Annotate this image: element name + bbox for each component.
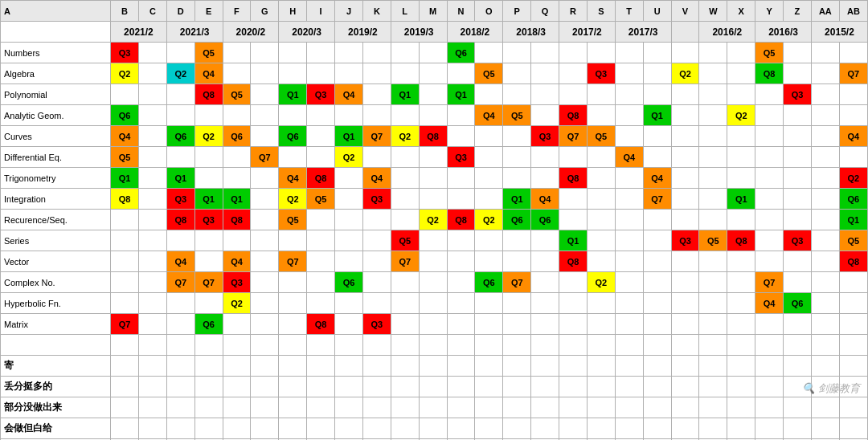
data-cell — [335, 210, 363, 230]
data-cell — [615, 210, 643, 230]
data-cell — [307, 272, 335, 293]
data-cell: Q6 — [475, 272, 503, 293]
legend-empty-cell — [503, 397, 531, 418]
table-row: Complex No.Q7Q7Q3Q6Q6Q7Q2Q7 — [1, 272, 868, 293]
data-cell — [447, 251, 475, 272]
col-u-header: U — [643, 1, 671, 22]
data-cell — [419, 105, 447, 126]
legend-row: 会做但白给 — [1, 418, 868, 439]
data-cell — [587, 251, 615, 272]
data-cell — [166, 147, 194, 168]
data-cell — [391, 147, 419, 168]
legend-empty-cell — [111, 397, 139, 418]
table-body: NumbersQ3Q5Q6Q5AlgebraQ2Q2Q4Q5Q3Q2Q8Q7Po… — [1, 43, 868, 441]
topic-label: Analytic Geom. — [1, 105, 111, 126]
col-b-header: B — [111, 1, 139, 22]
data-cell: Q1 — [111, 168, 139, 189]
data-cell: Q2 — [391, 126, 419, 147]
legend-empty-cell — [727, 377, 755, 397]
data-cell — [811, 210, 839, 230]
data-cell: Q6 — [784, 293, 812, 314]
topic-label: Polynomial — [1, 84, 111, 105]
col-ab-header: AB — [839, 1, 867, 22]
empty-cell — [194, 335, 223, 356]
data-cell — [307, 230, 335, 251]
data-cell — [755, 168, 784, 189]
table-row: Recurence/Seq.Q8Q3Q8Q5Q2Q8Q2Q6Q6Q1 — [1, 210, 868, 230]
data-cell: Q7 — [643, 189, 671, 210]
data-cell — [419, 84, 447, 105]
data-cell: Q1 — [447, 84, 475, 105]
table-row: AlgebraQ2Q2Q4Q5Q3Q2Q8Q7 — [1, 63, 868, 84]
data-cell — [643, 251, 671, 272]
data-cell: Q3 — [166, 189, 194, 210]
data-cell: Q5 — [307, 189, 335, 210]
data-cell: Q1 — [223, 189, 251, 210]
data-cell — [811, 293, 839, 314]
table-row: VectorQ4Q4Q7Q7Q8Q8 — [1, 251, 868, 272]
data-cell — [699, 168, 727, 189]
data-cell — [699, 126, 727, 147]
data-cell — [503, 43, 531, 63]
data-cell — [755, 126, 784, 147]
empty-cell — [111, 335, 139, 356]
data-cell: Q7 — [503, 272, 531, 293]
legend-row: 寄 — [1, 356, 868, 377]
empty-cell — [1, 335, 111, 356]
data-cell — [475, 43, 503, 63]
data-cell — [138, 63, 166, 84]
legend-empty-cell — [251, 377, 279, 397]
col-f-header: F — [223, 1, 251, 22]
year-header-row: 2021/2 2021/3 2020/2 2020/3 2019/2 2019/… — [1, 22, 868, 43]
year-2019-2: 2019/2 — [335, 22, 391, 43]
year-2020-3: 2020/3 — [279, 22, 335, 43]
data-cell — [811, 84, 839, 105]
data-cell — [587, 43, 615, 63]
data-cell — [194, 293, 223, 314]
data-cell — [587, 230, 615, 251]
legend-empty-cell — [138, 418, 166, 439]
data-cell — [475, 84, 503, 105]
data-cell: Q4 — [643, 168, 671, 189]
data-cell — [615, 84, 643, 105]
data-cell — [166, 230, 194, 251]
data-cell — [531, 272, 559, 293]
legend-empty-cell — [475, 356, 503, 377]
data-cell — [223, 147, 251, 168]
legend-empty-cell — [419, 418, 447, 439]
legend-empty-cell — [643, 397, 671, 418]
data-cell — [362, 105, 391, 126]
year-header-empty — [1, 22, 111, 43]
data-cell: Q7 — [362, 126, 391, 147]
data-cell: Q5 — [279, 210, 307, 230]
legend-empty-cell — [362, 356, 391, 377]
data-cell: Q1 — [166, 168, 194, 189]
topic-label: Algebra — [1, 63, 111, 84]
data-cell: Q4 — [755, 293, 784, 314]
table-row: CurvesQ4Q6Q2Q6Q6Q1Q7Q2Q8Q3Q7Q5Q4 — [1, 126, 868, 147]
data-cell — [839, 272, 867, 293]
legend-empty-cell — [643, 418, 671, 439]
data-cell: Q7 — [194, 272, 223, 293]
data-cell — [615, 251, 643, 272]
data-cell — [279, 147, 307, 168]
col-l-header: L — [391, 1, 419, 22]
data-cell — [362, 293, 391, 314]
data-cell — [111, 230, 139, 251]
data-cell — [419, 272, 447, 293]
topic-label: Matrix — [1, 314, 111, 335]
data-cell — [475, 147, 503, 168]
data-cell: Q4 — [839, 126, 867, 147]
empty-cell — [362, 335, 391, 356]
data-cell — [784, 147, 812, 168]
data-cell — [251, 105, 279, 126]
year-2021-3: 2021/3 — [166, 22, 223, 43]
data-cell: Q8 — [559, 105, 588, 126]
data-cell — [643, 63, 671, 84]
data-cell: Q1 — [503, 189, 531, 210]
data-cell — [194, 147, 223, 168]
data-cell — [419, 189, 447, 210]
legend-empty-cell — [138, 356, 166, 377]
legend-empty-cell — [699, 397, 727, 418]
table-row: TrigonometryQ1Q1Q4Q8Q4Q8Q4Q2 — [1, 168, 868, 189]
